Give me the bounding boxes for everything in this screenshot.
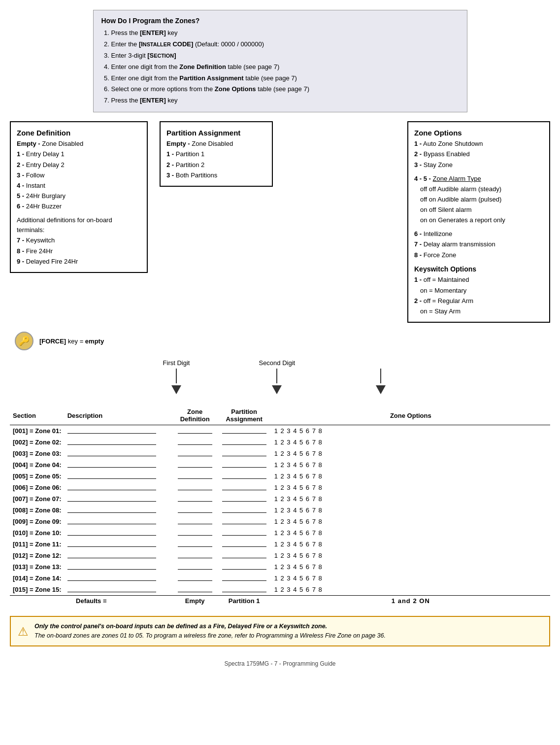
table-row: [007] = Zone 07: 1 2 3 4 5 6 7 8: [10, 493, 550, 505]
table-row: [002] = Zone 02: 1 2 3 4 5 6 7 8: [10, 437, 550, 448]
cell-zone-options: 1 2 3 4 5 6 7 8: [271, 539, 550, 550]
cell-zone-options: 1 2 3 4 5 6 7 8: [271, 425, 550, 437]
zone-definition-title: Zone Definition: [17, 127, 141, 138]
cell-section: [001] = Zone 01:: [10, 425, 65, 437]
cell-zone-def: [173, 516, 217, 527]
cell-partition: [217, 482, 271, 493]
instructions-step-3: Enter 3-digit [SECTION]: [111, 51, 459, 61]
footer-text: Spectra 1759MG - 7 - Programming Guide: [224, 660, 335, 667]
cell-partition: [217, 437, 271, 448]
cell-zone-options: 1 2 3 4 5 6 7 8: [271, 584, 550, 596]
zone-options-line: [380, 369, 381, 383]
warning-text-bold: Only the control panel's on-board inputs…: [34, 623, 327, 630]
table-row: [004] = Zone 04: 1 2 3 4 5 6 7 8: [10, 459, 550, 471]
cell-partition: [217, 539, 271, 550]
zone-options-card: Zone Options 1 - Auto Zone Shutdown 2 - …: [407, 121, 550, 323]
ks-entry-2: 2 - off = Regular Arm: [414, 296, 543, 306]
cell-zone-options: 1 2 3 4 5 6 7 8: [271, 573, 550, 584]
zo-alarm-1: off off Audible alarm (steady): [420, 184, 543, 194]
cell-zone-def: [173, 471, 217, 482]
partition-assignment-card: Partition Assignment Empty - Zone Disabl…: [160, 121, 273, 187]
ks-on-2: on = Stay Arm: [420, 306, 543, 316]
defaults-zone-options: 1 and 2 ON: [271, 596, 550, 607]
cell-description: [65, 516, 173, 527]
cell-section: [005] = Zone 05:: [10, 471, 65, 482]
cell-section: [010] = Zone 10:: [10, 527, 65, 539]
cell-zone-options: 1 2 3 4 5 6 7 8: [271, 437, 550, 448]
cell-zone-options: 1 2 3 4 5 6 7 8: [271, 505, 550, 516]
cell-zone-options: 1 2 3 4 5 6 7 8: [271, 459, 550, 471]
cell-zone-def: [173, 493, 217, 505]
zone-table: Section Description ZoneDefinition Parti…: [10, 406, 550, 606]
first-digit-arrow: First Digit: [163, 359, 190, 394]
table-row: [003] = Zone 03: 1 2 3 4 5 6 7 8: [10, 448, 550, 459]
second-digit-arrowhead: [272, 385, 282, 394]
warning-icon: ⚠: [18, 623, 29, 641]
instructions-title: How Do I Program the Zones?: [101, 15, 459, 26]
cell-section: [008] = Zone 08:: [10, 505, 65, 516]
th-zone-options: Zone Options: [271, 406, 550, 425]
footer: Spectra 1759MG - 7 - Programming Guide: [10, 660, 550, 667]
zd-entry-8: 8 - Fire 24Hr: [17, 246, 141, 256]
zd-entry-1: 1 - Entry Delay 1: [17, 149, 141, 159]
cell-zone-options: 1 2 3 4 5 6 7 8: [271, 493, 550, 505]
cell-zone-def: [173, 561, 217, 573]
cell-description: [65, 505, 173, 516]
cell-description: [65, 561, 173, 573]
cell-description: [65, 573, 173, 584]
table-row: [008] = Zone 08: 1 2 3 4 5 6 7 8: [10, 505, 550, 516]
table-row: [011] = Zone 11: 1 2 3 4 5 6 7 8: [10, 539, 550, 550]
cell-partition: [217, 550, 271, 561]
cell-zone-def: [173, 448, 217, 459]
second-digit-label: Second Digit: [259, 359, 295, 367]
cell-section: [007] = Zone 07:: [10, 493, 65, 505]
table-row: [005] = Zone 05: 1 2 3 4 5 6 7 8: [10, 471, 550, 482]
first-digit-label: First Digit: [163, 359, 190, 367]
cell-partition: [217, 584, 271, 596]
cell-description: [65, 550, 173, 561]
cell-section: [002] = Zone 02:: [10, 437, 65, 448]
cell-description: [65, 482, 173, 493]
th-section: Section: [10, 406, 65, 425]
arrows-row: First Digit Second Digit placeholder: [10, 359, 550, 394]
cell-section: [015] = Zone 15:: [10, 584, 65, 596]
pa-entry-3: 3 - Both Partitions: [166, 170, 266, 180]
warning-text: Only the control panel's on-board inputs…: [34, 622, 386, 641]
table-header-row: Section Description ZoneDefinition Parti…: [10, 406, 550, 425]
cell-zone-def: [173, 482, 217, 493]
cell-section: [004] = Zone 04:: [10, 459, 65, 471]
zo-entry-3: 3 - Stay Zone: [414, 160, 543, 170]
cell-partition: [217, 505, 271, 516]
cell-description: [65, 437, 173, 448]
cell-partition: [217, 527, 271, 539]
instructions-step-5: Enter one digit from the Partition Assig…: [111, 73, 459, 84]
warning-box: ⚠ Only the control panel's on-board inpu…: [10, 616, 550, 646]
defaults-zone-def: Empty: [173, 596, 217, 607]
zo-entry-7: 7 - Delay alarm transmission: [414, 239, 543, 249]
cell-description: [65, 471, 173, 482]
th-partition: PartitionAssignment: [217, 406, 271, 425]
cell-zone-def: [173, 459, 217, 471]
cell-zone-def: [173, 539, 217, 550]
cell-description: [65, 459, 173, 471]
zd-entry-5: 5 - 24Hr Burglary: [17, 191, 141, 201]
defaults-partition: Partition 1: [217, 596, 271, 607]
instructions-step-4: Enter one digit from the Zone Definition…: [111, 62, 459, 72]
cell-partition: [217, 448, 271, 459]
zd-entry-7: 7 - Keyswitch: [17, 236, 141, 245]
zo-entry-8: 8 - Force Zone: [414, 250, 543, 260]
cell-partition: [217, 459, 271, 471]
cell-description: [65, 425, 173, 437]
zd-entry-3: 3 - Follow: [17, 170, 141, 180]
zo-entry-4-5: 4 - 5 - Zone Alarm Type: [414, 174, 543, 184]
cell-zone-def: [173, 584, 217, 596]
instructions-step-2: Enter the [INSTALLER CODE] (Default: 000…: [111, 39, 459, 50]
zd-entry-9: 9 - Delayed Fire 24Hr: [17, 257, 141, 267]
cell-zone-def: [173, 573, 217, 584]
ks-entry-1: 1 - off = Maintained: [414, 275, 543, 285]
instructions-box: How Do I Program the Zones? Press the [E…: [93, 10, 467, 112]
cell-partition: [217, 561, 271, 573]
cell-section: [011] = Zone 11:: [10, 539, 65, 550]
cell-section: [014] = Zone 14:: [10, 573, 65, 584]
cell-section: [006] = Zone 06:: [10, 482, 65, 493]
